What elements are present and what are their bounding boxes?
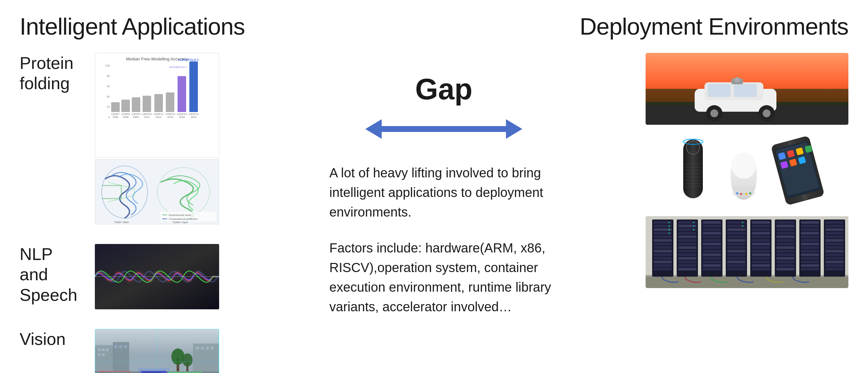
svg-rect-170 [727, 253, 745, 256]
svg-point-125 [669, 229, 670, 230]
svg-rect-70 [734, 84, 757, 97]
svg-rect-224 [826, 225, 843, 227]
nlp-label: NLP and Speech [20, 244, 85, 305]
svg-rect-158 [703, 264, 721, 267]
svg-rect-150 [703, 236, 721, 238]
smartphone [776, 138, 819, 203]
gap-title: Gap [415, 72, 472, 106]
gap-arrow [362, 116, 526, 143]
svg-rect-225 [826, 228, 843, 231]
svg-rect-187 [752, 253, 770, 256]
svg-rect-120 [654, 261, 672, 263]
svg-rect-115 [654, 243, 672, 245]
svg-rect-152 [703, 243, 721, 245]
svg-rect-216 [801, 250, 819, 252]
svg-point-143 [693, 225, 694, 227]
svg-rect-235 [826, 264, 843, 267]
svg-rect-183 [752, 239, 770, 242]
svg-rect-155 [703, 253, 721, 256]
svg-rect-232 [826, 253, 843, 256]
svg-rect-236 [826, 268, 843, 270]
svg-rect-148 [703, 228, 721, 231]
svg-rect-172 [727, 261, 745, 263]
svg-rect-212 [801, 236, 819, 238]
svg-rect-211 [801, 232, 819, 235]
svg-rect-77 [683, 139, 703, 198]
svg-point-34 [182, 353, 193, 367]
svg-rect-200 [776, 246, 795, 249]
svg-rect-168 [727, 246, 745, 249]
svg-rect-169 [727, 250, 745, 252]
svg-text:T1049 / Gyr4: T1049 / Gyr4 [173, 221, 188, 224]
svg-rect-186 [752, 250, 770, 252]
svg-point-144 [693, 229, 694, 230]
svg-point-93 [749, 192, 751, 194]
app-item-nlp: NLP and Speech [20, 244, 242, 309]
right-column [646, 53, 848, 373]
svg-rect-122 [654, 268, 672, 270]
svg-rect-223 [826, 221, 843, 224]
svg-point-72 [710, 109, 718, 117]
nlp-image [95, 244, 219, 309]
svg-rect-221 [801, 268, 819, 270]
svg-point-90 [736, 192, 738, 194]
svg-rect-26 [201, 347, 204, 349]
svg-rect-184 [752, 243, 770, 245]
svg-rect-157 [703, 261, 721, 263]
svg-rect-136 [678, 250, 696, 252]
left-column: Protein folding Median Free-Modelling Ac… [20, 53, 242, 373]
svg-rect-19 [102, 353, 105, 356]
app-item-vision: Vision [20, 329, 242, 373]
gap-desc-2: Factors include: hardware(ARM, x86, RISC… [329, 238, 558, 316]
svg-rect-166 [727, 239, 745, 242]
svg-rect-234 [826, 261, 843, 263]
svg-rect-179 [752, 225, 770, 227]
svg-rect-69 [708, 84, 731, 97]
svg-rect-188 [752, 257, 770, 260]
svg-rect-139 [678, 261, 696, 263]
svg-rect-153 [703, 246, 721, 249]
svg-rect-228 [826, 239, 843, 242]
protein-label: Protein folding [20, 53, 85, 94]
svg-point-124 [669, 225, 670, 227]
svg-rect-132 [678, 236, 696, 238]
svg-rect-203 [776, 257, 795, 260]
svg-rect-174 [727, 268, 745, 270]
svg-rect-205 [776, 264, 795, 267]
svg-text:Experimental result: Experimental result [169, 214, 191, 216]
svg-rect-137 [678, 253, 696, 256]
left-section-title: Intelligent Applications [20, 13, 245, 40]
svg-rect-135 [678, 246, 696, 249]
svg-rect-204 [776, 261, 795, 263]
svg-rect-213 [801, 239, 819, 242]
gap-description: A lot of heavy lifting involved to bring… [329, 163, 558, 333]
svg-marker-62 [506, 119, 522, 139]
svg-rect-164 [727, 232, 745, 235]
svg-rect-134 [678, 243, 696, 245]
svg-rect-229 [826, 243, 843, 245]
svg-rect-206 [776, 268, 795, 270]
svg-rect-113 [654, 236, 672, 238]
svg-rect-28 [211, 347, 214, 349]
svg-rect-156 [703, 257, 721, 260]
svg-rect-202 [776, 253, 795, 256]
amazon-echo [675, 138, 711, 203]
svg-rect-15 [98, 348, 101, 351]
svg-point-32 [172, 348, 184, 365]
svg-text:(RNA polymerase domain): (RNA polymerase domain) [108, 224, 135, 225]
header-row: Intelligent Applications Deployment Envi… [20, 13, 848, 40]
svg-rect-193 [776, 221, 795, 224]
svg-point-76 [735, 77, 740, 82]
svg-rect-131 [678, 232, 696, 235]
svg-rect-201 [776, 250, 795, 252]
svg-rect-121 [654, 264, 672, 267]
svg-rect-209 [801, 225, 819, 227]
svg-rect-218 [801, 257, 819, 260]
svg-rect-133 [678, 239, 696, 242]
svg-rect-171 [727, 257, 745, 260]
vision-image [95, 329, 219, 373]
molecule-image: Experimental result Computational predic… [95, 159, 219, 225]
svg-rect-178 [752, 221, 770, 224]
svg-rect-220 [801, 264, 819, 267]
gap-desc-1: A lot of heavy lifting involved to bring… [329, 163, 558, 222]
